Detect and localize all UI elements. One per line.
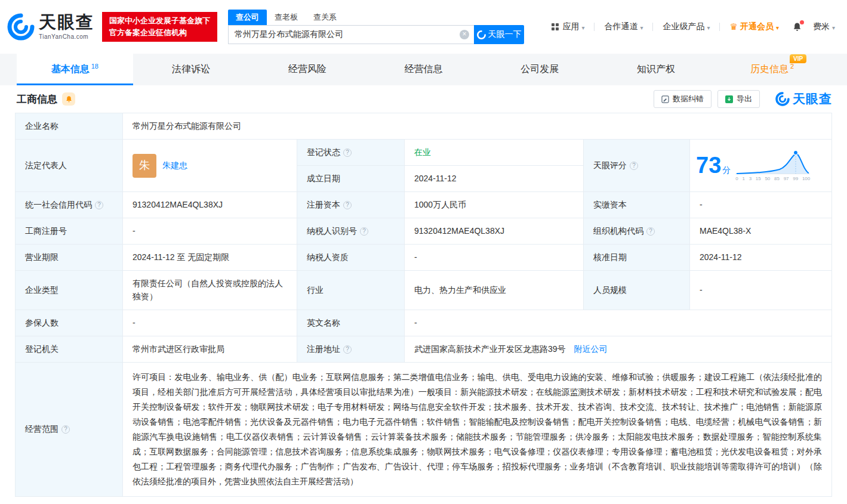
row-business-scope: 经营范围 许可项目：发电业务、输电业务、供（配）电业务；互联网信息服务；第二类增… xyxy=(16,363,832,497)
search-tab-relation[interactable]: 查关系 xyxy=(306,10,344,25)
value-score: 73分 0131550859799100 xyxy=(690,140,832,192)
label-company-name: 企业名称 xyxy=(16,113,123,140)
tab-history-info[interactable]: 历史信息 VIP 2 xyxy=(714,54,830,85)
tab-count: 2 xyxy=(790,63,794,70)
nav-user-label: 费米 xyxy=(813,21,830,32)
value-approval-date: 2024-11-12 xyxy=(690,245,832,271)
help-icon[interactable] xyxy=(630,162,638,170)
section-title: 工商信息 xyxy=(17,92,57,106)
nav-user[interactable]: 费米 xyxy=(813,21,835,32)
value-taxpayer-id: 91320412MAE4QL38XJ xyxy=(405,218,584,245)
score-chart: 0131550859799100 xyxy=(735,149,810,183)
value-insured-count: - xyxy=(123,310,297,336)
label-org-code: 组织机构代码 xyxy=(584,218,690,245)
company-tab-bar: 基本信息 18 法律诉讼 经营风险 经营信息 公司发展 知识产权 历史信息 VI… xyxy=(0,54,847,85)
value-company-type: 有限责任公司（自然人投资或控股的法人独资） xyxy=(123,271,297,310)
search-tab-boss[interactable]: 查老板 xyxy=(267,10,306,25)
credential-badge-line1: 国家中小企业发展子基金旗下 xyxy=(109,15,210,27)
score-unit: 分 xyxy=(722,165,731,175)
tab-operating-info[interactable]: 经营信息 xyxy=(365,54,482,85)
nav-enterprise-products[interactable]: 企业级产品 xyxy=(663,21,710,32)
help-icon[interactable] xyxy=(95,201,103,209)
tab-basic-info[interactable]: 基本信息 18 xyxy=(17,54,133,85)
value-reg-address: 武进国家高新技术产业开发区龙惠路39号 附近公司 xyxy=(405,336,832,363)
help-icon[interactable] xyxy=(646,227,655,236)
label-reg-number: 工商注册号 xyxy=(16,218,123,245)
apps-grid-icon xyxy=(551,23,559,31)
watermark-logo-icon xyxy=(775,92,790,106)
label-reg-capital: 注册资本 xyxy=(297,192,405,218)
help-icon[interactable] xyxy=(343,345,352,354)
value-credit-code: 91320412MAE4QL38XJ xyxy=(123,192,297,218)
data-correction-button[interactable]: 数据纠错 xyxy=(654,90,712,108)
logo-name: 天眼查 xyxy=(39,14,94,31)
search-button[interactable]: 天眼一下 xyxy=(474,25,524,44)
search-input-box xyxy=(228,25,474,44)
export-button[interactable]: 导出 xyxy=(717,90,760,108)
label-english-name: 英文名称 xyxy=(297,310,405,336)
row-business-term: 营业期限 2024-11-12 至 无固定期限 纳税人资质 - 核准日期 202… xyxy=(16,245,832,271)
value-establish-date: 2024-11-12 xyxy=(405,166,584,192)
label-legal-rep: 法定代表人 xyxy=(16,140,123,192)
top-navigation: 应用 合作通道 企业级产品 开通会员 xyxy=(551,21,835,32)
monitor-bell-icon[interactable] xyxy=(62,92,75,106)
tab-company-development[interactable]: 公司发展 xyxy=(482,54,598,85)
tab-operating-risk[interactable]: 经营风险 xyxy=(249,54,365,85)
nav-cooperation[interactable]: 合作通道 xyxy=(604,21,643,32)
nav-vip-membership[interactable]: 开通会员 xyxy=(729,21,778,32)
value-reg-capital: 1000万人民币 xyxy=(405,192,584,218)
nearby-companies-link[interactable]: 附近公司 xyxy=(574,344,607,354)
label-taxpayer-qualify: 纳税人资质 xyxy=(297,245,405,271)
row-company-name: 企业名称 常州万星分布式能源有限公司 xyxy=(16,113,832,140)
value-industry: 电力、热力生产和供应业 xyxy=(405,271,584,310)
value-reg-number: - xyxy=(123,218,297,245)
search-tab-company[interactable]: 查公司 xyxy=(228,10,267,25)
nav-cooperation-label: 合作通道 xyxy=(604,21,637,32)
chevron-down-icon xyxy=(774,22,779,32)
label-approval-date: 核准日期 xyxy=(584,245,690,271)
row-legal-rep: 法定代表人 朱 朱建忠 登记状态 在业 天眼评分 73分 xyxy=(16,140,832,166)
business-info-table: 企业名称 常州万星分布式能源有限公司 法定代表人 朱 朱建忠 登记状态 在业 天… xyxy=(15,113,832,497)
score-axis-labels: 0131550859799100 xyxy=(735,175,810,183)
label-establish-date: 成立日期 xyxy=(297,166,405,192)
watermark-logo[interactable]: 天眼查 xyxy=(775,91,832,107)
section-actions: 数据纠错 导出 天眼查 xyxy=(654,90,832,108)
legal-rep-avatar[interactable]: 朱 xyxy=(133,154,156,178)
label-reg-authority: 登记机关 xyxy=(16,336,123,363)
row-insured-count: 参保人数 - 英文名称 - xyxy=(16,310,832,336)
tab-legal-proceedings[interactable]: 法律诉讼 xyxy=(133,54,250,85)
nav-vip-label: 开通会员 xyxy=(740,21,774,32)
score-curve-chart xyxy=(735,149,810,175)
watermark-logo-text: 天眼查 xyxy=(793,91,832,107)
clear-icon[interactable] xyxy=(460,30,469,39)
nav-apps[interactable]: 应用 xyxy=(551,21,584,32)
chevron-down-icon xyxy=(830,22,835,32)
tab-label: 经营信息 xyxy=(405,63,443,76)
value-company-name: 常州万星分布式能源有限公司 xyxy=(123,113,832,140)
tab-intellectual-property[interactable]: 知识产权 xyxy=(598,54,714,85)
value-staff-size: - xyxy=(690,271,832,310)
score-value: 73 xyxy=(696,153,721,178)
value-business-scope: 许可项目：发电业务、输电业务、供（配）电业务；互联网信息服务；第二类增值电信业务… xyxy=(123,363,832,497)
label-reg-address: 注册地址 xyxy=(297,336,405,363)
legal-rep-link[interactable]: 朱建忠 xyxy=(162,159,187,172)
label-taxpayer-id: 纳税人识别号 xyxy=(297,218,405,245)
help-icon[interactable] xyxy=(61,425,70,434)
help-icon[interactable] xyxy=(343,201,352,209)
label-business-scope: 经营范围 xyxy=(16,363,123,497)
tab-label: 知识产权 xyxy=(637,63,675,76)
label-industry: 行业 xyxy=(297,271,405,310)
nav-divider xyxy=(719,23,720,31)
value-taxpayer-qualify: - xyxy=(405,245,584,271)
help-icon[interactable] xyxy=(343,149,352,157)
notification-bell[interactable] xyxy=(792,22,802,32)
notification-dot xyxy=(800,20,804,24)
page: 天眼查 TianYanCha.com 国家中小企业发展子基金旗下 官方备案企业征… xyxy=(0,0,847,504)
search-row: 天眼一下 xyxy=(228,25,524,44)
tianyancha-logo[interactable]: 天眼查 TianYanCha.com xyxy=(7,13,94,41)
row-credit-code: 统一社会信用代码 91320412MAE4QL38XJ 注册资本 1000万人民… xyxy=(16,192,832,218)
tab-label: 法律诉讼 xyxy=(172,63,210,76)
search-input[interactable] xyxy=(235,30,460,39)
credential-badge: 国家中小企业发展子基金旗下 官方备案企业征信机构 xyxy=(102,12,217,42)
help-icon[interactable] xyxy=(360,227,368,236)
